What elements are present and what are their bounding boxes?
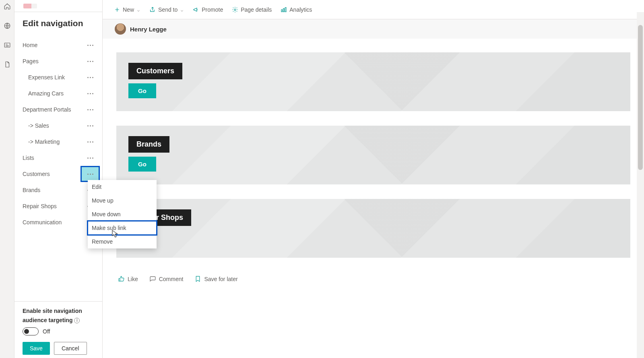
svg-point-2 [234, 9, 236, 10]
avatar [115, 23, 126, 35]
nav-item[interactable]: Lists [14, 150, 102, 166]
nav-item[interactable]: Expenses Link [14, 69, 102, 85]
ellipsis-icon [87, 174, 93, 175]
nav-item-label: Customers [23, 171, 50, 177]
chevron-down-icon [136, 8, 140, 12]
cmd-analytics[interactable]: Analytics [281, 6, 312, 13]
hero-card: Repair ShopsGo [116, 199, 630, 258]
cmd-new-label: New [123, 6, 134, 13]
nav-item-context-menu: EditMove upMove downMake sub linkRemove [88, 180, 157, 248]
nav-item-more-button[interactable] [80, 150, 100, 166]
context-menu-item[interactable]: Remove [88, 235, 157, 248]
page-canvas: CustomersGoBrandsGoRepair ShopsGo Like C… [103, 39, 644, 358]
svg-rect-1 [4, 43, 10, 48]
nav-item-more-button[interactable] [80, 134, 100, 150]
cmd-promote-label: Promote [202, 6, 223, 13]
nav-item-label: Brands [23, 187, 40, 193]
comment-button[interactable]: Comment [149, 275, 184, 282]
nav-item-label: Lists [23, 155, 34, 161]
cmd-page-details[interactable]: Page details [232, 6, 272, 13]
hero-go-button[interactable]: Go [128, 157, 156, 172]
audience-label-line2: audience targeting [23, 317, 72, 324]
nav-item-label: -> Sales [28, 122, 49, 129]
plus-icon [114, 6, 120, 13]
hero-title: Brands [128, 136, 169, 153]
cmd-new[interactable]: New [114, 6, 140, 13]
cancel-button[interactable]: Cancel [54, 342, 87, 355]
hero-card: CustomersGo [116, 52, 630, 111]
scrollbar[interactable] [637, 12, 644, 358]
gear-icon [232, 6, 238, 13]
command-bar: New Send to Promote Page details Analyti… [103, 0, 644, 19]
svg-rect-5 [285, 7, 287, 12]
ellipsis-icon [87, 77, 93, 78]
svg-rect-4 [283, 8, 285, 12]
svg-rect-3 [281, 10, 283, 12]
nav-item[interactable]: Pages [14, 53, 102, 69]
chevron-down-icon [180, 8, 184, 12]
page-main: New Send to Promote Page details Analyti… [103, 0, 644, 358]
audience-targeting-toggle[interactable] [23, 327, 39, 335]
analytics-icon [281, 6, 287, 13]
megaphone-icon [193, 6, 199, 13]
nav-item[interactable]: Amazing Cars [14, 85, 102, 101]
share-icon [149, 6, 156, 13]
save-for-later-button[interactable]: Save for later [194, 275, 237, 282]
nav-item-label: Pages [23, 58, 39, 64]
hero-go-button[interactable]: Go [128, 83, 156, 98]
nav-item[interactable]: -> Marketing [14, 134, 102, 150]
nav-item-more-button[interactable] [80, 53, 100, 69]
nav-item-label: Expenses Link [28, 74, 65, 81]
cmd-pagedetails-label: Page details [241, 6, 272, 13]
cmd-analytics-label: Analytics [289, 6, 312, 13]
nav-item[interactable]: Customers [14, 166, 102, 182]
nav-item-label: Communication [23, 219, 62, 226]
cmd-send-to[interactable]: Send to [149, 6, 184, 13]
context-menu-item[interactable]: Make sub link [88, 221, 157, 235]
news-icon[interactable] [3, 41, 11, 49]
nav-item[interactable]: Department Portals [14, 101, 102, 118]
hero-card: BrandsGo [116, 126, 630, 184]
nav-item-label: Amazing Cars [28, 90, 64, 97]
nav-item-label: Repair Shops [23, 203, 57, 209]
nav-item-label: -> Marketing [28, 139, 60, 145]
cmd-sendto-label: Send to [158, 6, 178, 13]
context-menu-item[interactable]: Move up [88, 194, 157, 207]
nav-item-more-button[interactable] [80, 37, 100, 53]
ellipsis-icon [87, 125, 93, 126]
author-name: Henry Legge [130, 26, 167, 33]
nav-item-more-button[interactable] [80, 166, 100, 182]
save-button[interactable]: Save [23, 342, 50, 355]
file-icon[interactable] [3, 60, 11, 68]
app-rail [0, 0, 14, 358]
nav-item-more-button[interactable] [80, 118, 100, 134]
site-logo [14, 0, 102, 12]
context-menu-item[interactable]: Edit [88, 180, 157, 194]
nav-item[interactable]: Home [14, 37, 102, 53]
like-label: Like [128, 276, 138, 282]
globe-icon[interactable] [3, 22, 11, 30]
audience-targeting-label: Enable site navigation audience targetin… [23, 307, 94, 324]
save-label: Save for later [204, 276, 237, 282]
author-byline: Henry Legge [103, 19, 644, 39]
home-icon[interactable] [3, 2, 11, 10]
ellipsis-icon [87, 141, 93, 143]
reactions-bar: Like Comment Save for later [116, 272, 630, 292]
nav-item-more-button[interactable] [80, 101, 100, 118]
ellipsis-icon [87, 45, 93, 46]
nav-item[interactable]: -> Sales [14, 118, 102, 134]
panel-title: Edit navigation [14, 12, 102, 37]
cmd-promote[interactable]: Promote [193, 6, 223, 13]
nav-item-more-button[interactable] [80, 85, 100, 101]
comment-label: Comment [159, 276, 184, 282]
info-icon[interactable]: i [74, 318, 80, 323]
context-menu-item[interactable]: Move down [88, 207, 157, 221]
nav-item-label: Department Portals [23, 106, 71, 113]
ellipsis-icon [87, 93, 93, 94]
nav-item-more-button[interactable] [80, 69, 100, 85]
edit-nav-panel: Edit navigation HomePagesExpenses LinkAm… [14, 0, 103, 358]
like-button[interactable]: Like [118, 275, 138, 282]
ellipsis-icon [87, 61, 93, 62]
hero-title: Customers [128, 63, 182, 79]
panel-footer: Enable site navigation audience targetin… [14, 301, 102, 358]
